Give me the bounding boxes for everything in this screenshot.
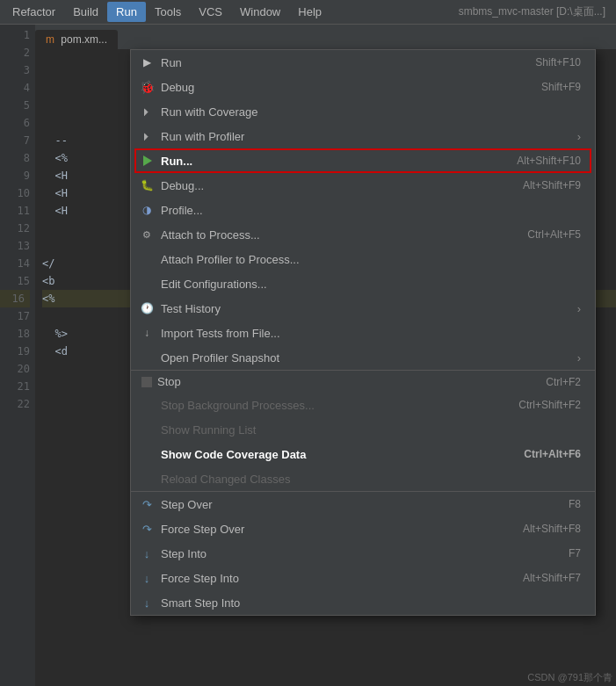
menu-item-show-coverage[interactable]: Show Code Coverage Data Ctrl+Alt+F6 bbox=[131, 442, 595, 466]
menu-item-reload-classes: Reload Changed Classes bbox=[131, 466, 595, 491]
menu-item-force-step-into-shortcut: Alt+Shift+F7 bbox=[523, 572, 581, 584]
editor-area: 12345 678910 1112131415 16 171819202122 … bbox=[0, 25, 616, 686]
run-icon: ▶ bbox=[138, 54, 156, 71]
menu-item-stop-shortcut: Ctrl+F2 bbox=[546, 376, 581, 388]
menu-item-step-over-label: Step Over bbox=[161, 498, 533, 511]
menu-item-smart-step-into-label: Smart Step Into bbox=[161, 596, 546, 610]
tab-pom[interactable]: m pom.xm... bbox=[35, 30, 118, 49]
menu-item-debug-shortcut: Shift+F9 bbox=[541, 81, 581, 93]
menu-item-profile-dots[interactable]: ◑ Profile... bbox=[131, 198, 595, 222]
menu-bar: Refactor Build Run Tools VCS Window Help… bbox=[0, 0, 616, 25]
menu-item-run-shortcut: Shift+F10 bbox=[535, 56, 581, 69]
menubar-item-vcs[interactable]: VCS bbox=[190, 2, 231, 22]
menubar-item-run[interactable]: Run bbox=[107, 2, 146, 22]
submenu-arrow: › bbox=[577, 130, 581, 143]
menubar-item-tools[interactable]: Tools bbox=[146, 2, 190, 22]
menubar-item-refactor[interactable]: Refactor bbox=[4, 2, 64, 22]
menubar-item-help[interactable]: Help bbox=[289, 2, 330, 22]
menu-item-open-profiler-snapshot[interactable]: Open Profiler Snapshot › bbox=[131, 345, 595, 370]
menu-item-step-over[interactable]: ↷ Step Over F8 bbox=[131, 491, 595, 516]
menu-item-force-step-into-label: Force Step Into bbox=[161, 572, 488, 585]
menu-item-stop-bg-label: Stop Background Processes... bbox=[161, 399, 483, 412]
menu-item-run-profiler-label: Run with Profiler bbox=[161, 130, 539, 143]
menu-item-test-history-label: Test History bbox=[161, 302, 539, 315]
menu-item-step-into[interactable]: ↓ Step Into F7 bbox=[131, 541, 595, 566]
step-into-icon: ↓ bbox=[138, 545, 156, 562]
menu-item-run-dots[interactable]: Run... Alt+Shift+F10 bbox=[131, 148, 595, 173]
menu-item-force-step-over-shortcut: Alt+Shift+F8 bbox=[523, 523, 581, 535]
attach-icon: ⚙ bbox=[138, 226, 156, 243]
force-step-over-icon: ↷ bbox=[138, 520, 156, 538]
menu-item-attach-profiler[interactable]: Attach Profiler to Process... bbox=[131, 247, 595, 271]
menu-item-show-running-label: Show Running List bbox=[161, 423, 546, 437]
watermark-text: CSDN @791那个青 bbox=[527, 671, 612, 684]
menu-item-import-tests[interactable]: ↓ Import Tests from File... bbox=[131, 321, 595, 345]
menu-item-debug-dots-shortcut: Alt+Shift+F9 bbox=[523, 179, 581, 191]
menu-item-stop-label: Stop bbox=[157, 375, 511, 388]
menu-item-force-step-over[interactable]: ↷ Force Step Over Alt+Shift+F8 bbox=[131, 516, 595, 541]
tabs-bar: m pom.xm... bbox=[35, 25, 616, 49]
menu-item-run[interactable]: ▶ Run Shift+F10 bbox=[131, 50, 595, 75]
menu-item-reload-classes-label: Reload Changed Classes bbox=[161, 473, 546, 486]
menu-item-force-step-over-label: Force Step Over bbox=[161, 523, 488, 536]
run-menu-dropdown: ▶ Run Shift+F10 🐞 Debug Shift+F9 ⏵ Run w… bbox=[130, 49, 596, 616]
menubar-item-window[interactable]: Window bbox=[231, 2, 289, 22]
smart-step-into-icon: ↓ bbox=[138, 594, 156, 611]
menu-item-stop-bg: Stop Background Processes... Ctrl+Shift+… bbox=[131, 393, 595, 417]
menu-item-show-coverage-label: Show Code Coverage Data bbox=[161, 448, 489, 461]
reload-icon bbox=[138, 470, 156, 487]
menu-item-attach-label: Attach to Process... bbox=[161, 228, 492, 242]
menubar-item-build[interactable]: Build bbox=[64, 2, 107, 22]
play-icon bbox=[138, 152, 156, 170]
open-icon bbox=[138, 349, 156, 366]
coverage-icon: ⏵ bbox=[138, 103, 156, 120]
import-icon: ↓ bbox=[138, 324, 156, 342]
history-icon: 🕐 bbox=[138, 300, 156, 317]
coverage-data-icon bbox=[138, 445, 156, 463]
window-title: smbms_mvc-master [D:\桌面...] bbox=[459, 4, 612, 19]
stop-icon bbox=[141, 377, 152, 387]
menu-item-step-over-shortcut: F8 bbox=[569, 498, 581, 510]
open-profiler-arrow: › bbox=[577, 351, 581, 365]
stop-bg-icon bbox=[138, 396, 156, 414]
menu-item-stop-bg-shortcut: Ctrl+Shift+F2 bbox=[518, 399, 581, 411]
bug-icon: 🐞 bbox=[138, 78, 156, 96]
menu-item-run-dots-shortcut: Alt+Shift+F10 bbox=[517, 155, 581, 167]
tab-icon: m bbox=[46, 33, 54, 46]
menu-item-edit-configs-label: Edit Configurations... bbox=[161, 278, 546, 291]
menu-item-debug-label: Debug bbox=[161, 81, 506, 94]
tab-label: pom.xm... bbox=[61, 33, 107, 46]
step-over-icon: ↷ bbox=[138, 495, 156, 513]
menu-item-run-label: Run bbox=[161, 56, 500, 69]
menu-item-stop[interactable]: Stop Ctrl+F2 bbox=[131, 370, 595, 393]
menu-item-test-history[interactable]: 🕐 Test History › bbox=[131, 296, 595, 321]
menu-item-import-tests-label: Import Tests from File... bbox=[161, 327, 546, 340]
menu-item-attach-profiler-label: Attach Profiler to Process... bbox=[161, 253, 546, 266]
menu-item-smart-step-into[interactable]: ↓ Smart Step Into bbox=[131, 590, 595, 615]
menu-item-run-dots-label: Run... bbox=[161, 155, 482, 168]
menu-item-show-running: Show Running List bbox=[131, 417, 595, 442]
menu-item-step-into-shortcut: F7 bbox=[569, 547, 581, 560]
menu-item-attach-process[interactable]: ⚙ Attach to Process... Ctrl+Alt+F5 bbox=[131, 222, 595, 247]
menu-item-profile-dots-label: Profile... bbox=[161, 204, 546, 217]
menu-item-debug-dots[interactable]: 🐛 Debug... Alt+Shift+F9 bbox=[131, 173, 595, 198]
test-history-arrow: › bbox=[577, 302, 581, 315]
menu-item-attach-shortcut: Ctrl+Alt+F5 bbox=[527, 228, 581, 241]
force-step-into-icon: ↓ bbox=[138, 569, 156, 587]
menu-item-open-profiler-label: Open Profiler Snapshot bbox=[161, 351, 539, 365]
menu-item-run-coverage-label: Run with Coverage bbox=[161, 105, 546, 119]
profile-dots-icon: ◑ bbox=[138, 201, 156, 219]
menu-item-step-into-label: Step Into bbox=[161, 547, 533, 560]
menu-item-force-step-into[interactable]: ↓ Force Step Into Alt+Shift+F7 bbox=[131, 566, 595, 590]
menu-item-run-coverage[interactable]: ⏵ Run with Coverage bbox=[131, 99, 595, 124]
debug-dots-icon: 🐛 bbox=[138, 177, 156, 194]
menu-item-debug[interactable]: 🐞 Debug Shift+F9 bbox=[131, 75, 595, 99]
attach-profiler-icon bbox=[138, 250, 156, 268]
menu-item-show-coverage-shortcut: Ctrl+Alt+F6 bbox=[524, 448, 581, 460]
menu-item-edit-configs[interactable]: Edit Configurations... bbox=[131, 271, 595, 296]
editor-gutter: 12345 678910 1112131415 16 171819202122 bbox=[0, 25, 35, 686]
profiler-icon: ⏵ bbox=[138, 127, 156, 145]
menu-item-debug-dots-label: Debug... bbox=[161, 179, 488, 192]
list-icon bbox=[138, 421, 156, 438]
menu-item-run-profiler[interactable]: ⏵ Run with Profiler › bbox=[131, 124, 595, 148]
